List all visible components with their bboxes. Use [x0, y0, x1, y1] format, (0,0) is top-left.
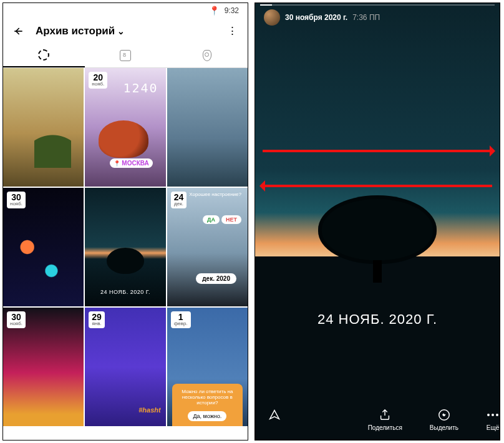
- highlight-icon: [437, 408, 451, 422]
- clock-overlay: 1240: [123, 80, 158, 95]
- story-big-date: 24 НОЯБ. 2020 Г.: [255, 311, 500, 328]
- archive-item[interactable]: 29 янв. #hasht: [85, 308, 165, 426]
- avatar[interactable]: [264, 9, 280, 26]
- archive-item[interactable]: 24 НОЯБ. 2020 Г.: [85, 188, 165, 306]
- share-button[interactable]: Поделиться: [368, 408, 402, 431]
- poll-yes: ДА: [203, 215, 220, 224]
- status-time: 9:32: [225, 6, 239, 15]
- archive-item[interactable]: 30 нояб.: [3, 308, 84, 426]
- archive-item[interactable]: 24 дек. Хорошее настроение? ДА НЕТ дек. …: [167, 188, 248, 306]
- send-button[interactable]: [268, 408, 281, 431]
- date-badge: 20 нояб.: [89, 72, 107, 89]
- header: Архив историй ⌄ ⋮: [3, 18, 248, 44]
- story-time-label: 7:36 ПП: [352, 13, 380, 22]
- archive-item[interactable]: 1 февр. Можно ли ответить на несколько в…: [167, 308, 248, 426]
- archive-item[interactable]: [167, 68, 248, 187]
- date-badge: 1 февр.: [171, 311, 191, 328]
- date-badge: 24 дек.: [171, 192, 187, 208]
- poll-question: Хорошее настроение?: [189, 192, 241, 197]
- story-viewer-screen[interactable]: 30 ноября 2020 г. 7:36 ПП 24 НОЯБ. 2020 …: [254, 2, 500, 441]
- archive-item[interactable]: [3, 68, 84, 187]
- more-button[interactable]: Ещё: [486, 408, 500, 431]
- archive-screen: 📍 9:32 Архив историй ⌄ ⋮ 20 нояб. 1240 М…: [2, 2, 248, 441]
- archive-item[interactable]: 20 нояб. 1240 МОСКВА: [85, 68, 165, 187]
- archive-grid: 20 нояб. 1240 МОСКВА 30 нояб. 24 НОЯБ. 2…: [3, 68, 248, 426]
- tab-calendar[interactable]: [85, 44, 167, 67]
- poll-no: НЕТ: [221, 215, 241, 224]
- chevron-down-icon: ⌄: [117, 26, 125, 36]
- question-sticker: Можно ли ответить на несколько вопросов …: [172, 384, 243, 426]
- highlight-label: Выделить: [430, 424, 458, 431]
- status-bar: 📍 9:32: [3, 3, 248, 18]
- more-label: Ещё: [487, 424, 499, 431]
- share-icon: [378, 408, 392, 422]
- story-date-label: 30 ноября 2020 г.: [285, 13, 347, 22]
- archive-title-dropdown[interactable]: Архив историй ⌄: [36, 25, 125, 37]
- send-icon: [268, 408, 281, 422]
- archive-title-text: Архив историй: [36, 25, 115, 37]
- tab-location[interactable]: [166, 44, 248, 67]
- share-label: Поделиться: [368, 424, 402, 431]
- archive-item[interactable]: 30 нояб.: [3, 188, 84, 306]
- stories-ring-icon: [38, 49, 49, 61]
- date-badge: 30 нояб.: [7, 311, 26, 328]
- archive-tabs: [3, 44, 248, 68]
- story-caption: 24 НОЯБ. 2020 Г.: [85, 289, 165, 295]
- hashtag-sticker: #hasht: [138, 406, 160, 414]
- story-action-bar: Поделиться Выделить Ещё: [255, 408, 500, 431]
- date-badge: 29 янв.: [89, 311, 105, 328]
- month-pill: дек. 2020: [196, 273, 236, 284]
- more-icon: [486, 408, 500, 422]
- redpanda-image: [99, 120, 148, 158]
- more-options-button[interactable]: ⋮: [226, 24, 239, 37]
- tab-stories[interactable]: [3, 44, 85, 67]
- back-arrow-icon[interactable]: [12, 25, 24, 37]
- calendar-icon: [120, 50, 131, 61]
- date-badge: 30 нояб.: [7, 192, 26, 208]
- highlight-button[interactable]: Выделить: [430, 408, 458, 431]
- location-pin-icon: [203, 50, 211, 61]
- location-indicator-icon: 📍: [209, 6, 220, 16]
- poll-sticker: ДА НЕТ: [203, 215, 241, 224]
- location-sticker: МОСКВА: [110, 158, 152, 168]
- story-header: 30 ноября 2020 г. 7:36 ПП: [255, 3, 500, 32]
- story-tree: [315, 195, 440, 283]
